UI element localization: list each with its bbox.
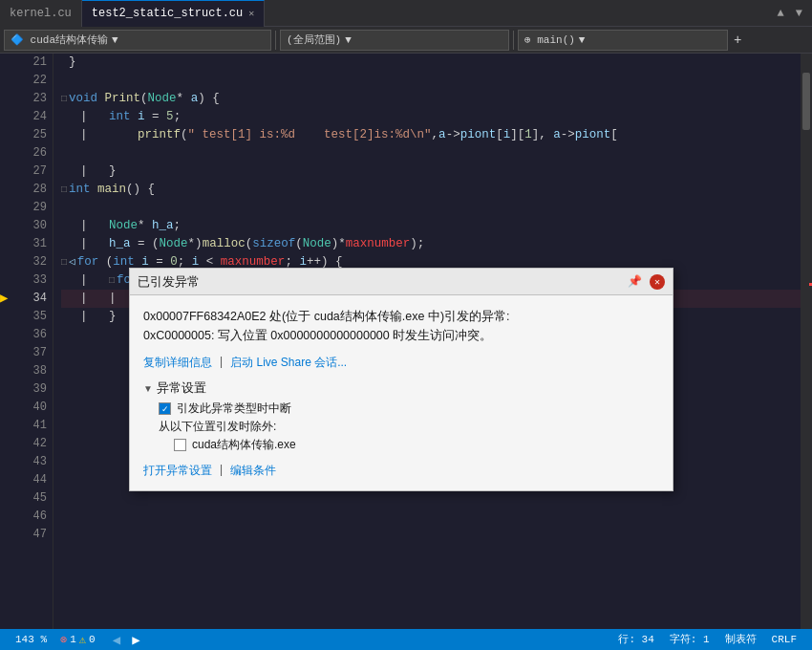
tab-scroll-up[interactable]: ▲ — [774, 5, 788, 22]
current-line-arrow: ▶ — [0, 290, 8, 306]
line-num-43: 43 — [17, 453, 53, 471]
line-num-23: 23 — [17, 90, 53, 108]
except-exe-label: cuda结构体传输.exe — [192, 437, 296, 453]
col-indicator[interactable]: 字符: 1 — [662, 629, 717, 650]
line-num-31: 31 — [17, 235, 53, 253]
code-line-28: □ int main() { — [61, 181, 801, 199]
add-item-button[interactable]: + — [728, 31, 747, 50]
gutter-indicators: ▶ — [0, 54, 17, 629]
line-num-25: 25 — [17, 126, 53, 144]
toolbar: 🔷 cuda结构体传输 ▼ (全局范围) ▼ ⊕ main() ▼ + — [0, 27, 812, 54]
scope-dropdown-label: (全局范围) — [287, 32, 341, 47]
toolbar-separator-2 — [513, 31, 514, 50]
error-warning-counts[interactable]: ⊗ 1 ⚠ 0 — [54, 633, 101, 647]
code-line-31: | h_a = (Node*)malloc(sizeof(Node)*maxnu… — [61, 235, 801, 253]
context-dropdown-label: 🔷 cuda结构体传输 — [11, 32, 108, 47]
collapse-28[interactable]: □ — [61, 181, 67, 199]
warning-icon: ⚠ — [79, 633, 86, 647]
tab-test2-label: test2_static_struct.cu — [92, 7, 243, 20]
error-icon: ⊗ — [60, 633, 67, 647]
tab-bar: kernel.cu test2_static_struct.cu ✕ ▲ ▼ — [0, 0, 812, 27]
popup-error-text: 0x00007FF68342A0E2 处(位于 cuda结构体传输.exe 中)… — [143, 307, 659, 345]
tab-kernel[interactable]: kernel.cu — [0, 0, 82, 27]
line-num-36: 36 — [17, 326, 53, 344]
status-bar: 143 % ⊗ 1 ⚠ 0 ◀ ▶ 行: 34 字符: 1 制表符 CRLF — [0, 629, 812, 650]
scope-dropdown-arrow: ▼ — [345, 34, 352, 46]
line-num-41: 41 — [17, 417, 53, 435]
open-exception-settings-link[interactable]: 打开异常设置 — [143, 463, 212, 479]
popup-footer-links: 打开异常设置 | 编辑条件 — [143, 463, 659, 479]
collapse-23[interactable]: □ — [61, 90, 67, 108]
nav-arrows: ◀ ▶ — [101, 630, 152, 650]
popup-pin-button[interactable]: 📌 — [628, 274, 642, 289]
right-scrollbar[interactable] — [801, 54, 812, 629]
line-num-42: 42 — [17, 435, 53, 453]
collapse-33[interactable]: □ — [109, 271, 115, 290]
line-num-39: 39 — [17, 380, 53, 399]
live-share-link[interactable]: 启动 Live Share 会话... — [230, 355, 347, 371]
line-num-33: 33 — [17, 271, 53, 290]
popup-title: 已引发异常 — [138, 273, 628, 291]
row-indicator[interactable]: 行: 34 — [610, 629, 661, 650]
code-line-29 — [61, 199, 801, 217]
context-dropdown[interactable]: 🔷 cuda结构体传输 ▼ — [4, 30, 271, 51]
nav-forward-button[interactable]: ▶ — [128, 630, 143, 650]
code-line-21: } — [61, 54, 801, 72]
checkbox-break-on-type[interactable]: ✓ — [159, 402, 171, 415]
line-num-35: 35 — [17, 308, 53, 326]
toolbar-separator-1 — [275, 31, 276, 50]
line-num-26: 26 — [17, 144, 53, 162]
tab-mode[interactable]: 制表符 — [717, 629, 764, 650]
sub-indent-label: 从以下位置引发时除外: — [159, 419, 659, 435]
tab-kernel-label: kernel.cu — [10, 7, 72, 20]
code-line-23: □ void Print(Node* a) { — [61, 90, 801, 108]
line-num-34: 34 — [17, 290, 53, 308]
line-num-21: 21 — [17, 54, 53, 72]
checkbox-row-2: cuda结构体传输.exe — [174, 437, 659, 453]
code-line-22 — [61, 72, 801, 90]
exception-popup: 已引发异常 📌 ✕ 0x00007FF68342A0E2 处(位于 cuda结构… — [129, 268, 673, 491]
edit-conditions-link[interactable]: 编辑条件 — [230, 463, 276, 479]
section-header[interactable]: ▼ 异常设置 — [143, 380, 659, 397]
checkbox-except-exe[interactable] — [174, 439, 186, 451]
scope-dropdown[interactable]: (全局范围) ▼ — [280, 30, 509, 51]
context-dropdown-arrow: ▼ — [112, 34, 118, 46]
line-num-40: 40 — [17, 399, 53, 417]
scroll-thumb[interactable] — [802, 73, 810, 130]
code-line-45 — [61, 489, 801, 508]
line-num-38: 38 — [17, 362, 53, 380]
collapse-32[interactable]: □ — [61, 253, 67, 271]
line-ending[interactable]: CRLF — [764, 629, 804, 650]
error-count: 1 — [70, 634, 76, 645]
tab-test2[interactable]: test2_static_struct.cu ✕ — [82, 0, 265, 27]
line-num-27: 27 — [17, 162, 53, 181]
line-num-37: 37 — [17, 344, 53, 362]
function-dropdown[interactable]: ⊕ main() ▼ — [518, 30, 728, 51]
code-line-27: | } — [61, 162, 801, 181]
code-line-47 — [61, 526, 801, 544]
line-num-30: 30 — [17, 217, 53, 235]
line-num-46: 46 — [17, 508, 53, 526]
exception-settings-section: ▼ 异常设置 ✓ 引发此异常类型时中断 从以下位置引发时除外: cuda结构体传… — [143, 380, 659, 453]
section-title: 异常设置 — [157, 380, 206, 397]
copy-details-link[interactable]: 复制详细信息 — [143, 355, 212, 371]
tab-controls: ▲ ▼ — [768, 5, 812, 22]
section-triangle: ▼ — [143, 383, 153, 394]
popup-links: 复制详细信息 | 启动 Live Share 会话... — [143, 355, 659, 371]
popup-body: 0x00007FF68342A0E2 处(位于 cuda结构体传输.exe 中)… — [130, 295, 673, 490]
code-line-46 — [61, 508, 801, 526]
line-num-29: 29 — [17, 199, 53, 217]
line-num-45: 45 — [17, 489, 53, 508]
function-dropdown-arrow: ▼ — [579, 34, 586, 46]
line-num-32: 32 — [17, 253, 53, 271]
nav-back-button[interactable]: ◀ — [109, 630, 124, 650]
code-line-25: | printf(" test[1] is:%d test[2]is:%d\n"… — [61, 126, 801, 144]
tab-test2-close[interactable]: ✕ — [248, 8, 254, 19]
line-num-24: 24 — [17, 108, 53, 126]
line-numbers: 21 22 23 24 25 26 27 28 29 30 31 32 33 3… — [17, 54, 53, 629]
line-num-44: 44 — [17, 471, 53, 489]
tab-scroll-down[interactable]: ▼ — [792, 5, 806, 22]
popup-close-button[interactable]: ✕ — [650, 274, 665, 290]
code-line-30: | Node* h_a; — [61, 217, 801, 235]
zoom-level[interactable]: 143 % — [8, 629, 54, 650]
